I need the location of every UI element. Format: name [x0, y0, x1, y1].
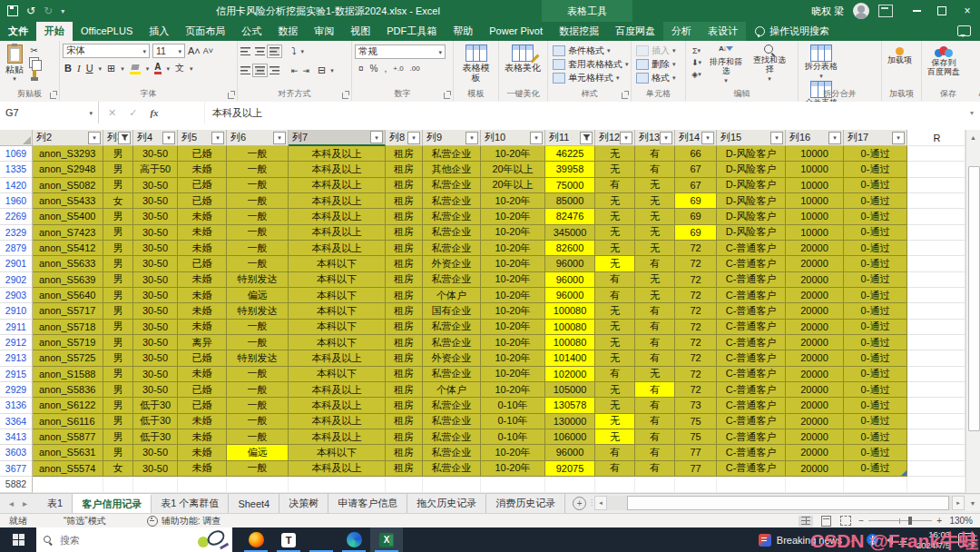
tab-数据[interactable]: 数据 — [270, 22, 306, 41]
cell[interactable]: 男 — [103, 382, 133, 398]
cell[interactable]: 有 — [635, 398, 675, 413]
cell[interactable]: 一般 — [227, 382, 289, 398]
cell[interactable]: 已婚 — [178, 398, 227, 413]
cell[interactable]: 10-20年 — [481, 367, 545, 382]
cell[interactable]: 已婚 — [178, 178, 227, 193]
maximize-button[interactable] — [929, 0, 955, 22]
styles-dialog-launcher-icon[interactable] — [622, 93, 628, 99]
cell[interactable]: 无 — [595, 162, 635, 177]
clipboard-dialog-launcher-icon[interactable] — [50, 93, 56, 99]
cell[interactable]: 30-50 — [133, 461, 178, 477]
cell[interactable] — [133, 477, 178, 493]
row-number[interactable]: 1335 — [0, 162, 33, 177]
cell[interactable]: 本科以下 — [289, 303, 386, 319]
cell[interactable]: 有 — [635, 461, 675, 477]
sheet-tab-表1 个离群值[interactable]: 表1 个离群值 — [152, 494, 229, 513]
cell[interactable]: 0-通过 — [844, 162, 907, 177]
cell[interactable]: 无 — [595, 429, 635, 445]
cell[interactable]: 10-20年 — [481, 350, 545, 366]
italic-button[interactable]: I — [77, 63, 81, 74]
cell[interactable]: 本科以下 — [289, 272, 386, 288]
cell[interactable]: 96000 — [545, 445, 595, 460]
cell[interactable]: 无 — [635, 193, 675, 209]
cell[interactable]: 已婚 — [178, 193, 227, 209]
cell[interactable]: 75 — [675, 414, 717, 429]
filter-applied-button[interactable] — [580, 132, 593, 144]
cell[interactable]: 男 — [103, 178, 133, 193]
cell-outside-table[interactable] — [907, 303, 965, 319]
cell[interactable]: 一般 — [227, 320, 289, 335]
row-number[interactable]: 2902 — [0, 272, 33, 288]
ribbon-display-options-icon[interactable] — [878, 5, 893, 17]
cell[interactable]: C-普通客户 — [717, 320, 786, 335]
sheet-tab-拖欠历史记录[interactable]: 拖欠历史记录 — [407, 494, 486, 513]
cell[interactable]: 未婚 — [178, 272, 227, 288]
cell[interactable]: 男 — [103, 272, 133, 288]
cell[interactable]: 66 — [675, 146, 717, 162]
cell[interactable]: 国有企业 — [423, 303, 481, 319]
cell[interactable]: 无 — [595, 414, 635, 429]
cell-outside-table[interactable] — [907, 414, 965, 429]
cell[interactable]: 67 — [675, 162, 717, 177]
cell[interactable]: 男 — [103, 320, 133, 335]
cell[interactable]: 0-通过 — [844, 461, 907, 477]
cell[interactable]: 租房 — [386, 225, 423, 241]
split-table-button[interactable]: 拆分表格 ▾ — [801, 44, 841, 80]
tab-帮助[interactable]: 帮助 — [445, 22, 481, 41]
tab-视图[interactable]: 视图 — [342, 22, 378, 41]
cell[interactable]: 75000 — [545, 178, 595, 193]
cell[interactable]: 0-通过 — [844, 350, 907, 366]
cell[interactable]: 0-通过 — [844, 193, 907, 209]
start-button[interactable] — [0, 527, 36, 552]
cell[interactable]: anon_S5717 — [33, 303, 103, 319]
cell[interactable] — [386, 477, 423, 493]
cell[interactable]: 特别发达 — [227, 350, 289, 366]
cell[interactable]: 20000 — [786, 288, 844, 303]
column-header-列5[interactable]: 列5 — [178, 130, 227, 146]
cell[interactable]: 未婚 — [178, 162, 227, 177]
tab-Power Pivot[interactable]: Power Pivot — [481, 22, 551, 41]
cell[interactable]: 69 — [675, 193, 717, 209]
row-number[interactable]: 2913 — [0, 350, 33, 366]
cell[interactable]: 30-50 — [133, 178, 178, 193]
cell[interactable]: 106000 — [545, 429, 595, 445]
cell[interactable]: 无 — [595, 241, 635, 256]
cell[interactable]: 77 — [675, 445, 717, 460]
zoom-in-icon[interactable]: + — [936, 516, 942, 526]
cell[interactable]: 69 — [675, 225, 717, 241]
cell[interactable] — [103, 477, 133, 493]
search-input[interactable] — [58, 534, 162, 547]
cell[interactable]: 低于30 — [133, 429, 178, 445]
cell[interactable]: 本科以下 — [289, 445, 386, 460]
cell[interactable]: 其他企业 — [423, 162, 481, 177]
align-center-button[interactable] — [255, 66, 265, 74]
filter-dropdown-button[interactable] — [530, 132, 543, 144]
cell[interactable]: 男 — [103, 429, 133, 445]
cell[interactable]: 无 — [595, 382, 635, 398]
tab-PDF工具箱[interactable]: PDF工具箱 — [378, 22, 445, 41]
cell[interactable]: anon_S5640 — [33, 288, 103, 303]
cell[interactable]: 男 — [103, 162, 133, 177]
align-left-button[interactable] — [240, 66, 250, 74]
cell[interactable]: 30-50 — [133, 335, 178, 350]
taskbar-app-file-explorer[interactable] — [305, 527, 338, 552]
cell[interactable]: 男 — [103, 350, 133, 366]
cell[interactable]: 男 — [103, 209, 133, 224]
contextual-tab-表设计[interactable]: 表设计 — [700, 22, 746, 41]
sheet-tab-Sheet4[interactable]: Sheet4 — [229, 494, 279, 513]
cell[interactable]: 72 — [675, 288, 717, 303]
row-number[interactable]: 2915 — [0, 367, 33, 382]
cell[interactable]: C-普通客户 — [717, 398, 786, 413]
decrease-decimal-icon[interactable]: .00 — [410, 64, 420, 73]
cell[interactable]: 已婚 — [178, 146, 227, 162]
cell[interactable]: 0-通过 — [844, 178, 907, 193]
cell[interactable]: D-风险客户 — [717, 146, 786, 162]
cell-outside-table[interactable] — [907, 225, 965, 241]
cell[interactable]: C-普通客户 — [717, 429, 786, 445]
cell[interactable]: 租房 — [386, 241, 423, 256]
cell[interactable]: 20000 — [786, 350, 844, 366]
cell-outside-table[interactable] — [907, 320, 965, 335]
cell[interactable]: 男 — [103, 414, 133, 429]
cell[interactable]: 有 — [635, 303, 675, 319]
cell[interactable]: 有 — [635, 382, 675, 398]
